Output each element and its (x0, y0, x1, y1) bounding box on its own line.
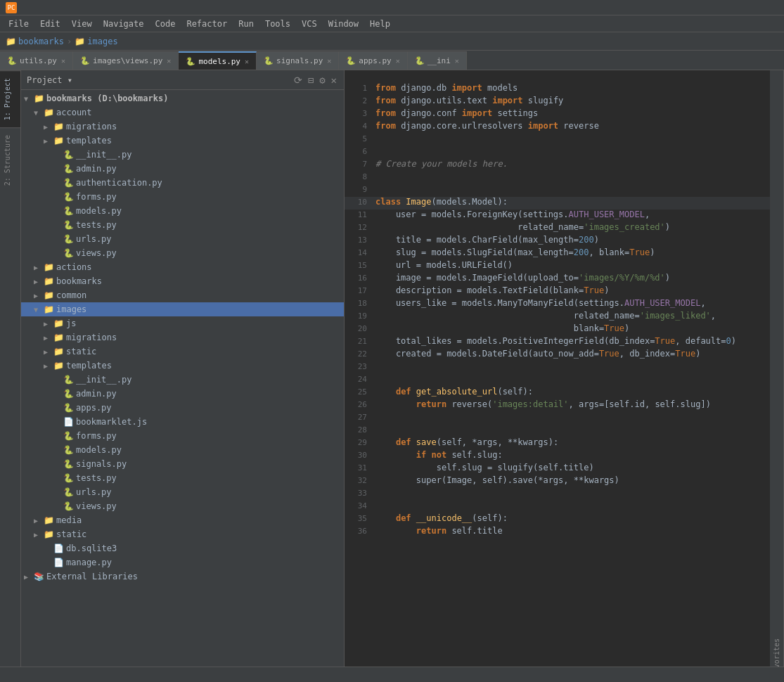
tab-init-close[interactable]: ✕ (455, 57, 459, 65)
tab-apps-icon: 🐍 (346, 56, 356, 65)
menu-item-code[interactable]: Code (150, 18, 181, 30)
project-dropdown[interactable]: Project ▾ (27, 75, 72, 85)
tree-item-account-init[interactable]: 🐍 __init__.py (21, 148, 344, 162)
menu-item-navigate[interactable]: Navigate (98, 18, 150, 30)
code-editor[interactable]: 1 from django.db import models 2 from dj… (345, 70, 770, 682)
code-line-14: 14 slug = models.SlugField(max_length=20… (345, 247, 770, 260)
file-icon-images-admin: 🐍 (63, 389, 74, 399)
tree-item-account-urls[interactable]: 🐍 urls.py (21, 232, 344, 246)
tree-label-images-static: static (66, 347, 96, 356)
tree-item-static[interactable]: ▶ 📁 static (21, 527, 344, 541)
tree-item-account-migrations[interactable]: ▶ 📁 migrations (21, 120, 344, 134)
arrow-static: ▶ (34, 531, 44, 539)
code-line-1: 1 from django.db import models (345, 83, 770, 96)
editor: 1 from django.db import models 2 from dj… (345, 70, 770, 682)
breadcrumb-sep1: › (67, 37, 72, 46)
tree-item-images-tests[interactable]: 🐍 tests.py (21, 471, 344, 485)
folder-icon-common: 📁 (44, 290, 54, 300)
menu-item-file[interactable]: File (3, 18, 34, 30)
line-num-36: 36 (345, 526, 373, 536)
line-content-7: # Create your models here. (373, 159, 770, 169)
left-tab-project[interactable]: 1: Project (0, 70, 20, 127)
collapse-icon[interactable]: ⊟ (307, 75, 315, 86)
menu-item-window[interactable]: Window (323, 18, 364, 30)
code-line-17: 17 description = models.TextField(blank=… (345, 285, 770, 298)
tab-signals-close[interactable]: ✕ (327, 57, 331, 65)
tree-item-account-templates[interactable]: ▶ 📁 templates (21, 134, 344, 148)
left-tab-structure[interactable]: 2: Structure (0, 127, 20, 193)
tree-item-account-forms[interactable]: 🐍 forms.py (21, 190, 344, 204)
code-line-27: 27 (345, 412, 770, 425)
folder-icon-images: 📁 (44, 304, 54, 314)
tree-item-images-views[interactable]: 🐍 views.py (21, 499, 344, 513)
tree-item-images-migrations[interactable]: ▶ 📁 migrations (21, 330, 344, 345)
tree-item-images[interactable]: ▼ 📁 images (21, 302, 344, 316)
tab-init[interactable]: 🐍 __ini ✕ (408, 51, 467, 70)
menu-item-view[interactable]: View (66, 18, 98, 30)
menu-item-edit[interactable]: Edit (34, 18, 66, 30)
tree-item-db[interactable]: 📄 db.sqlite3 (21, 541, 344, 555)
settings-icon[interactable]: ⚙ (318, 75, 326, 86)
tree-item-external[interactable]: ▶ 📚 External Libraries (21, 570, 344, 584)
sync-icon[interactable]: ⟳ (293, 75, 304, 86)
tree-item-images-models[interactable]: 🐍 models.py (21, 443, 344, 457)
tree-item-images-templates[interactable]: ▶ 📁 templates (21, 359, 344, 373)
menu-item-help[interactable]: Help (364, 18, 396, 30)
tab-apps[interactable]: 🐍 apps.py ✕ (339, 51, 407, 70)
tree-item-account-admin[interactable]: 🐍 admin.py (21, 162, 344, 176)
tab-signals-icon: 🐍 (264, 56, 274, 65)
line-content-32: super(Image, self).save(*args, **kwargs) (373, 475, 770, 485)
tree-item-images-init[interactable]: 🐍 __init__.py (21, 373, 344, 387)
folder-icon-media: 📁 (44, 515, 54, 525)
tab-apps-close[interactable]: ✕ (396, 57, 400, 65)
tree-item-common[interactable]: ▶ 📁 common (21, 288, 344, 302)
tree-label-images-init: __init__.py (76, 375, 131, 385)
tree-item-images-apps[interactable]: 🐍 apps.py (21, 401, 344, 415)
tree-item-bookmarks[interactable]: ▶ 📁 bookmarks (21, 274, 344, 288)
tree-item-images-forms[interactable]: 🐍 forms.py (21, 429, 344, 443)
tree-label-media: media (56, 515, 82, 525)
tab-models[interactable]: 🐍 models.py ✕ (179, 51, 257, 70)
file-icon-views: 🐍 (63, 248, 74, 258)
tree-item-images-signals[interactable]: 🐍 signals.py (21, 457, 344, 471)
hide-icon[interactable]: ✕ (330, 75, 338, 86)
folder-icon-js: 📁 (53, 319, 64, 328)
tree-item-account-views[interactable]: 🐍 views.py (21, 246, 344, 260)
tab-signals[interactable]: 🐍 signals.py ✕ (257, 51, 339, 70)
tree-item-account-models[interactable]: 🐍 models.py (21, 204, 344, 218)
tab-utils-close[interactable]: ✕ (61, 57, 65, 65)
tree-item-bookmarks-root[interactable]: ▼ 📁 bookmarks (D:\bookmarks) (21, 91, 344, 105)
breadcrumb-images[interactable]: images (87, 37, 117, 46)
line-content-21: total_likes = models.PositiveIntegerFiel… (373, 336, 770, 346)
line-num-8: 8 (345, 172, 373, 181)
tree-item-images-bookmarklet[interactable]: 📄 bookmarklet.js (21, 415, 344, 429)
code-line-2: 2 from django.utils.text import slugify (345, 96, 770, 108)
tree-item-actions[interactable]: ▶ 📁 actions (21, 260, 344, 274)
tree-item-images-static[interactable]: ▶ 📁 static (21, 345, 344, 359)
tree-item-images-urls[interactable]: 🐍 urls.py (21, 485, 344, 499)
menu-item-tools[interactable]: Tools (259, 18, 296, 30)
code-line-5: 5 (345, 134, 770, 146)
tree-item-manage[interactable]: 📄 manage.py (21, 555, 344, 570)
tree-item-account[interactable]: ▼ 📁 account (21, 105, 344, 120)
code-line-31: 31 self.slug = slugify(self.title) (345, 463, 770, 475)
code-line-23: 23 (345, 361, 770, 374)
code-line-21: 21 total_likes = models.PositiveIntegerF… (345, 336, 770, 349)
tree-item-images-js[interactable]: ▶ 📁 js (21, 316, 344, 330)
tree-item-account-auth[interactable]: 🐍 authentication.py (21, 176, 344, 190)
tree-item-media[interactable]: ▶ 📁 media (21, 513, 344, 527)
menu-item-vcs[interactable]: VCS (296, 18, 323, 30)
code-line-25: 25 def get_absolute_url(self): (345, 387, 770, 399)
tree-item-account-tests[interactable]: 🐍 tests.py (21, 218, 344, 232)
tab-utils[interactable]: 🐍 utils.py ✕ (0, 51, 73, 70)
menu-item-refactor[interactable]: Refactor (181, 18, 233, 30)
tab-views-close[interactable]: ✕ (167, 57, 171, 65)
tab-utils-label: utils.py (20, 56, 57, 65)
tab-views[interactable]: 🐍 images\views.py ✕ (73, 51, 179, 70)
menu-item-run[interactable]: Run (233, 18, 259, 30)
tab-models-close[interactable]: ✕ (245, 58, 249, 65)
tree-label-account-models: models.py (76, 206, 122, 216)
line-num (345, 70, 373, 71)
tree-item-images-admin[interactable]: 🐍 admin.py (21, 387, 344, 401)
breadcrumb-root[interactable]: bookmarks (18, 37, 64, 46)
